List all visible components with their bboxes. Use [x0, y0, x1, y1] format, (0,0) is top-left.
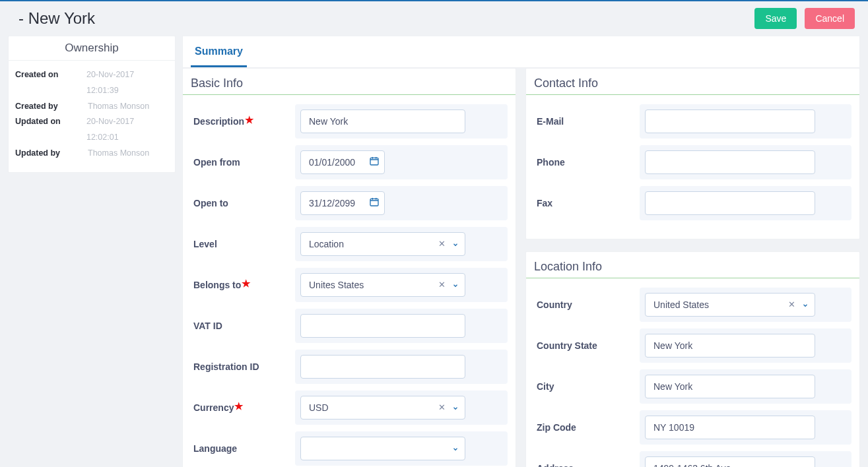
phone-input[interactable]	[645, 150, 815, 174]
country-state-label: Country State	[534, 340, 640, 351]
clear-icon[interactable]: ✕	[788, 299, 795, 309]
language-input[interactable]	[300, 437, 465, 460]
field-city: City	[534, 369, 851, 404]
field-country-state: Country State	[534, 328, 851, 363]
city-label: City	[534, 381, 640, 392]
field-vat-id: VAT ID	[191, 309, 508, 343]
currency-label: Currency	[193, 402, 234, 413]
required-icon: ★	[242, 278, 250, 289]
chevron-down-icon	[802, 302, 809, 309]
level-label: Level	[191, 239, 295, 249]
ownership-label: Created on	[15, 67, 86, 99]
country-label: Country	[534, 299, 640, 310]
location-info-panel: Location Info Country ✕	[525, 251, 860, 467]
field-zip: Zip Code	[534, 410, 851, 445]
ownership-row-created-by: Created by Thomas Monson	[15, 99, 167, 115]
basic-info-panel: Basic Info Description★ Open from	[182, 68, 516, 467]
tab-summary[interactable]: Summary	[191, 36, 247, 67]
description-input[interactable]	[300, 109, 465, 133]
field-fax: Fax	[534, 186, 851, 220]
chevron-down-icon	[452, 405, 459, 412]
ownership-label: Updated by	[15, 146, 88, 162]
country-state-input[interactable]	[645, 334, 815, 358]
registration-id-label: Registration ID	[191, 361, 295, 372]
open-to-date[interactable]	[300, 191, 385, 215]
field-email: E-Mail	[534, 104, 851, 139]
address-input[interactable]	[645, 456, 815, 467]
header-actions: Save Cancel	[754, 8, 855, 29]
page-title: - New York	[18, 9, 95, 28]
required-icon: ★	[245, 114, 253, 125]
field-open-from: Open from	[191, 145, 508, 179]
ownership-row-created-on: Created on 20-Nov-2017 12:01:39	[15, 67, 167, 99]
open-to-label: Open to	[191, 198, 295, 208]
clear-icon[interactable]: ✕	[438, 280, 446, 290]
ownership-value: Thomas Monson	[88, 146, 149, 162]
contact-info-panel: Contact Info E-Mail Phone	[525, 68, 860, 239]
ownership-value: Thomas Monson	[88, 99, 149, 115]
currency-select[interactable]: ✕	[300, 396, 465, 420]
field-country: Country ✕	[534, 288, 851, 322]
required-icon: ★	[234, 400, 243, 412]
zip-input[interactable]	[645, 416, 815, 439]
location-info-title: Location Info	[526, 252, 859, 278]
field-language: Language ✕	[191, 431, 508, 466]
ownership-row-updated-on: Updated on 20-Nov-2017 12:02:01	[15, 114, 167, 146]
description-label: Description	[193, 116, 244, 127]
belongs-to-label: Belongs to	[193, 280, 241, 290]
chevron-down-icon	[452, 446, 459, 452]
vat-id-input[interactable]	[300, 314, 465, 338]
field-belongs-to: Belongs to★ ✕	[191, 268, 508, 302]
vat-id-label: VAT ID	[191, 321, 295, 331]
field-address: Address	[534, 451, 851, 467]
contact-info-title: Contact Info	[526, 69, 859, 95]
basic-info-title: Basic Info	[183, 69, 516, 95]
field-level: Level ✕	[191, 227, 508, 261]
belongs-to-select[interactable]: ✕	[300, 273, 465, 297]
cancel-button[interactable]: Cancel	[805, 8, 855, 29]
open-from-label: Open from	[191, 157, 295, 168]
tabs: Summary	[182, 36, 860, 68]
save-button[interactable]: Save	[754, 8, 797, 29]
main-content: Summary Basic Info Description★	[182, 36, 860, 467]
ownership-label: Updated on	[15, 114, 86, 146]
ownership-label: Created by	[15, 99, 88, 115]
page-header: - New York Save Cancel	[0, 1, 868, 36]
chevron-down-icon	[452, 282, 459, 289]
email-label: E-Mail	[534, 116, 640, 127]
field-description: Description★	[191, 104, 508, 139]
svg-rect-0	[370, 158, 378, 165]
email-input[interactable]	[645, 109, 815, 133]
ownership-title: Ownership	[9, 36, 175, 61]
ownership-row-updated-by: Updated by Thomas Monson	[15, 146, 167, 162]
svg-rect-1	[370, 199, 378, 206]
chevron-down-icon	[452, 241, 459, 248]
field-registration-id: Registration ID	[191, 350, 508, 384]
clear-icon[interactable]: ✕	[438, 402, 446, 412]
clear-icon[interactable]: ✕	[438, 239, 446, 249]
field-phone: Phone	[534, 145, 851, 179]
calendar-icon	[369, 156, 380, 166]
language-select[interactable]: ✕	[300, 437, 465, 460]
ownership-value: 20-Nov-2017 12:02:01	[86, 114, 167, 146]
open-from-date[interactable]	[300, 150, 385, 174]
ownership-panel: Ownership Created on 20-Nov-2017 12:01:3…	[8, 36, 176, 173]
address-label: Address	[534, 463, 640, 467]
calendar-icon	[369, 197, 380, 207]
language-label: Language	[191, 443, 295, 454]
fax-label: Fax	[534, 198, 640, 208]
level-select[interactable]: ✕	[300, 232, 465, 256]
registration-id-input[interactable]	[300, 355, 465, 379]
city-input[interactable]	[645, 375, 815, 398]
field-currency: Currency★ ✕	[191, 390, 508, 425]
ownership-value: 20-Nov-2017 12:01:39	[86, 67, 167, 99]
field-open-to: Open to	[191, 186, 508, 220]
phone-label: Phone	[534, 157, 640, 168]
country-select[interactable]: ✕	[645, 293, 815, 317]
fax-input[interactable]	[645, 191, 815, 215]
zip-label: Zip Code	[534, 422, 640, 433]
